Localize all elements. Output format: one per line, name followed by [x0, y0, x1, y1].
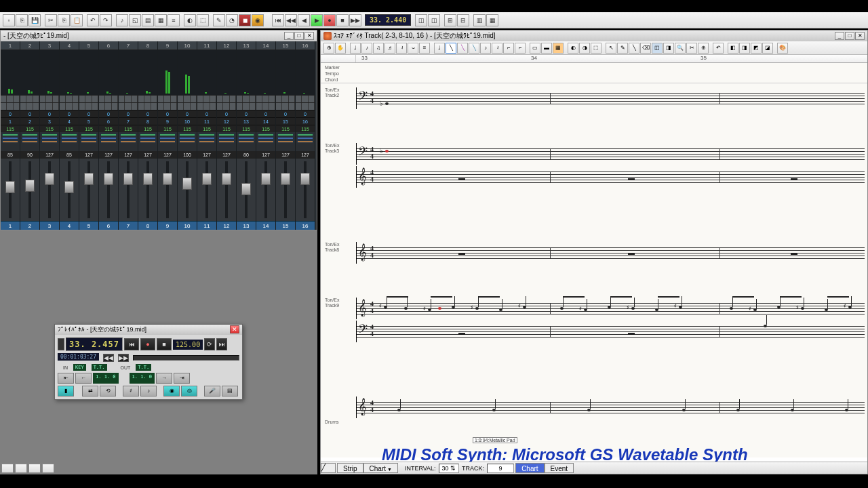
pp-loop[interactable]: ⟳: [204, 338, 215, 350]
mixer-channel-14[interactable]: 14 0 14 115 127 14: [256, 41, 276, 230]
st-c1[interactable]: ♩: [434, 43, 445, 54]
mixer-channel-8[interactable]: 8 0 8 115 127 8: [138, 41, 158, 230]
tb-d[interactable]: ▦: [155, 14, 167, 26]
st-note4[interactable]: ♬: [384, 43, 395, 54]
staff-2[interactable]: 𝄞44▬▬▬: [356, 242, 865, 264]
tb-prev[interactable]: ◀◀: [285, 14, 297, 26]
pp-out-btn[interactable]: ⇥: [174, 373, 190, 384]
score-titlebar[interactable]: ｽｺｱ ｴﾃﾞｨﾀ Track( 2-3, 8-10, 16 ) - [天空の城…: [321, 30, 867, 41]
pp-m3[interactable]: ⟲: [100, 386, 116, 396]
play-panel-titlebar[interactable]: ﾌﾟﾚｲﾊﾟﾈﾙ - [天空の城ﾗﾋﾟ19.mid] ✕: [55, 325, 242, 335]
ft-2[interactable]: [15, 464, 27, 473]
ss-corner[interactable]: ╱: [321, 463, 336, 473]
st-e1[interactable]: ◐: [568, 43, 578, 54]
ft-4[interactable]: [42, 464, 54, 473]
tb-new[interactable]: ▫: [3, 14, 15, 26]
mixer-titlebar[interactable]: - [天空の城ﾗﾋﾟ19.mid] _ □ ✕: [1, 30, 317, 41]
mixer-max[interactable]: □: [294, 32, 304, 40]
tb-rec[interactable]: ●: [323, 14, 336, 26]
st-note2[interactable]: ♪: [361, 43, 372, 54]
tb-fwd[interactable]: ▶▶: [349, 14, 361, 26]
pp-m2[interactable]: ⇄: [82, 386, 98, 396]
mixer-channel-11[interactable]: 11 0 11 115 127 11: [197, 41, 217, 230]
mixer-channel-12[interactable]: 12 0 12 115 127 12: [217, 41, 237, 230]
ss-track[interactable]: 9: [487, 464, 514, 473]
play-panel-close[interactable]: ✕: [230, 325, 239, 333]
st-split[interactable]: ✂: [686, 43, 697, 54]
st-c5[interactable]: ♪: [480, 43, 491, 54]
st-g2[interactable]: ◨: [739, 43, 750, 54]
pp-out-set[interactable]: →: [156, 373, 172, 384]
pp-next[interactable]: ▶▶: [118, 354, 129, 362]
staff-1[interactable]: 𝄢44♭: [356, 143, 865, 165]
pp-m6[interactable]: ◉: [163, 386, 180, 396]
score-close[interactable]: ✕: [855, 32, 865, 40]
tb-stop[interactable]: ■: [336, 14, 349, 26]
st-line[interactable]: ╲: [629, 43, 639, 54]
tb-x5[interactable]: ▥: [473, 14, 486, 26]
st-g1[interactable]: ◧: [728, 43, 738, 54]
staff-3[interactable]: 𝄞44♯♯♯♯♯♯♯♯♯♯: [356, 298, 865, 319]
st-e3[interactable]: ⬚: [591, 43, 601, 54]
tb-c[interactable]: ▤: [142, 14, 154, 26]
tb-open[interactable]: ⎘: [16, 14, 28, 26]
mixer-channel-7[interactable]: 7 0 7 115 127 7: [119, 41, 138, 230]
tb-x3[interactable]: ⊞: [444, 14, 456, 26]
tb-b[interactable]: ◱: [129, 14, 141, 26]
st-pen[interactable]: ✎: [617, 43, 628, 54]
st-sel2[interactable]: ◨: [663, 43, 674, 54]
st-rest[interactable]: 𝄽: [396, 43, 407, 54]
mixer-channel-13[interactable]: 13 0 13 115 80 13: [237, 41, 256, 230]
pp-m7[interactable]: ◎: [181, 386, 197, 396]
score-ruler[interactable]: 33 34 35: [321, 55, 867, 63]
tb-g[interactable]: ⬚: [197, 14, 209, 26]
tb-back[interactable]: ◀: [298, 14, 310, 26]
st-c2[interactable]: ╲: [446, 43, 456, 54]
tb-x4[interactable]: ⊟: [457, 14, 469, 26]
mixer-channel-15[interactable]: 15 0 15 115 127 15: [276, 41, 296, 230]
pp-m1[interactable]: ▮: [58, 386, 74, 396]
st-c7[interactable]: ⌐: [503, 43, 514, 54]
st-tie[interactable]: ⌣: [408, 43, 418, 54]
pp-in-set[interactable]: ←: [75, 373, 92, 384]
mixer-channel-9[interactable]: 9 0 9 115 127 9: [158, 41, 178, 230]
mixer-channel-16[interactable]: 16 0 16 115 127 16: [296, 41, 315, 230]
pp-toggle[interactable]: [58, 338, 64, 350]
st-h1[interactable]: 🎨: [777, 43, 788, 54]
mixer-min[interactable]: _: [284, 32, 294, 40]
st-note1[interactable]: ♩: [350, 43, 361, 54]
st-sel[interactable]: ◫: [652, 43, 663, 54]
score-body[interactable]: Ton/ExTrack2𝄢44♭Ton/ExTrack3𝄢44♭𝄞44▬▬▬To…: [321, 83, 867, 458]
ss-event[interactable]: Event: [545, 463, 574, 473]
st-c6[interactable]: 𝄽: [492, 43, 502, 54]
pp-rewind[interactable]: ⏮: [124, 338, 139, 350]
st-hand[interactable]: ✋: [335, 43, 346, 54]
st-c4[interactable]: ╲: [469, 43, 479, 54]
ft-1[interactable]: [1, 464, 14, 473]
tb-save[interactable]: 💾: [28, 14, 41, 26]
st-arrow[interactable]: ↖: [606, 43, 616, 54]
st-f1[interactable]: ↶: [713, 43, 724, 54]
st-note3[interactable]: ♫: [373, 43, 384, 54]
st-glue[interactable]: ⊕: [698, 43, 709, 54]
ss-chart2[interactable]: Chart: [515, 463, 544, 473]
tb-copy[interactable]: ⎘: [58, 14, 70, 26]
st-d1[interactable]: ▭: [530, 43, 540, 54]
tb-redo[interactable]: ↷: [100, 14, 112, 26]
ft-3[interactable]: [28, 464, 41, 473]
st-opts[interactable]: ≡: [419, 43, 430, 54]
pp-in-btn[interactable]: ⇤: [58, 373, 74, 384]
tb-undo[interactable]: ↶: [87, 14, 99, 26]
st-d3[interactable]: ▦: [553, 43, 564, 54]
pp-ff[interactable]: ⏭: [216, 338, 227, 350]
pp-stop[interactable]: ■: [157, 338, 172, 350]
mixer-channel-3[interactable]: 3 0 3 115 127 3: [40, 41, 60, 230]
ss-interval[interactable]: 30 ⇅: [439, 464, 460, 473]
tb-k[interactable]: ◉: [252, 14, 264, 26]
st-c8[interactable]: ⌐: [515, 43, 526, 54]
tb-e[interactable]: ≡: [167, 14, 180, 26]
tb-f[interactable]: ◐: [184, 14, 196, 26]
st-mag[interactable]: 🔍: [675, 43, 686, 54]
st-erase[interactable]: ⌫: [640, 43, 651, 54]
score-min[interactable]: _: [835, 32, 844, 40]
